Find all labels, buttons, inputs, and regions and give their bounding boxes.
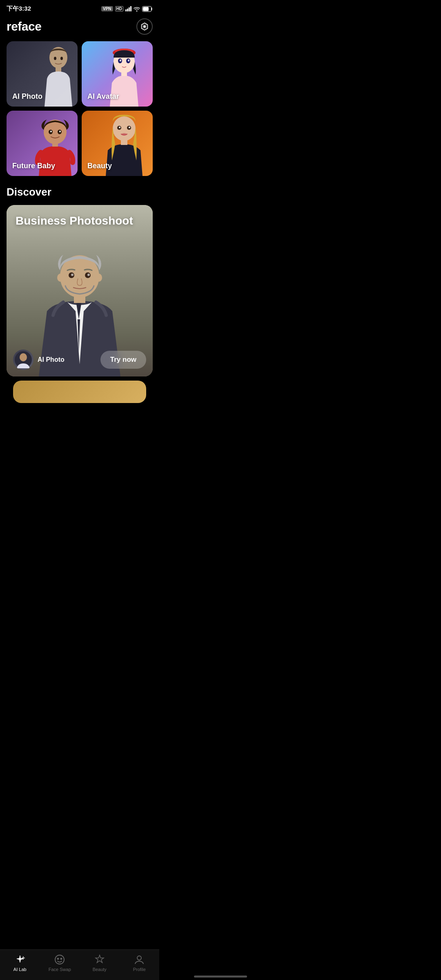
- status-icons: VPN HD: [101, 6, 153, 12]
- wifi-icon: [134, 7, 140, 11]
- discover-section: Discover: [0, 176, 159, 410]
- svg-point-14: [128, 60, 129, 62]
- card-beauty[interactable]: Beauty: [82, 111, 153, 176]
- svg-rect-4: [56, 67, 61, 72]
- status-time: 下午3:32: [7, 5, 31, 13]
- svg-rect-1: [143, 7, 149, 11]
- card-future-baby[interactable]: Future Baby: [7, 111, 78, 176]
- battery-icon: [142, 6, 153, 12]
- bottom-spacer: [0, 410, 159, 442]
- card-ai-photo-label: AI Photo: [12, 92, 42, 101]
- svg-point-29: [121, 133, 127, 136]
- feature-avatar-icon: [15, 351, 32, 368]
- svg-point-2: [143, 25, 146, 28]
- status-bar: 下午3:32 VPN HD: [0, 0, 159, 15]
- feature-card-business[interactable]: Business Photoshoot AI Photo Try now: [7, 205, 153, 376]
- svg-point-24: [113, 116, 136, 141]
- svg-point-20: [59, 131, 61, 132]
- card-beauty-label: Beauty: [87, 162, 112, 170]
- signal-icon: [125, 6, 131, 11]
- settings-icon: [140, 22, 149, 31]
- svg-point-34: [71, 274, 74, 276]
- cards-grid: AI Photo AI Avatar: [0, 41, 159, 176]
- feature-card-bottom: AI Photo Try now: [7, 343, 153, 376]
- card-ai-avatar-label: AI Avatar: [87, 92, 119, 101]
- card-future-baby-label: Future Baby: [12, 162, 55, 170]
- svg-point-22: [61, 134, 66, 137]
- svg-point-28: [129, 127, 130, 128]
- feature-avatar-label: AI Photo: [38, 356, 65, 363]
- app-header: reface: [0, 15, 159, 41]
- svg-point-27: [119, 127, 120, 128]
- partial-discover-card[interactable]: [13, 381, 146, 403]
- feature-card-info: AI Photo: [13, 350, 65, 370]
- card-ai-photo[interactable]: AI Photo: [7, 41, 78, 107]
- svg-point-5: [54, 57, 56, 60]
- settings-button[interactable]: [136, 18, 153, 35]
- try-now-button[interactable]: Try now: [100, 351, 146, 369]
- svg-point-35: [87, 274, 90, 276]
- vpn-badge: VPN: [101, 6, 113, 11]
- svg-point-36: [57, 274, 64, 282]
- svg-point-19: [50, 131, 52, 132]
- svg-point-37: [96, 274, 102, 282]
- svg-point-39: [20, 353, 27, 361]
- feature-card-title: Business Photoshoot: [16, 214, 133, 228]
- svg-point-6: [60, 57, 63, 60]
- svg-point-13: [120, 60, 121, 62]
- discover-title: Discover: [7, 186, 153, 198]
- hd-badge: HD: [115, 6, 123, 11]
- feature-avatar: [13, 350, 33, 370]
- app-logo: reface: [7, 20, 41, 33]
- card-ai-avatar[interactable]: AI Avatar: [82, 41, 153, 107]
- svg-point-21: [44, 134, 49, 137]
